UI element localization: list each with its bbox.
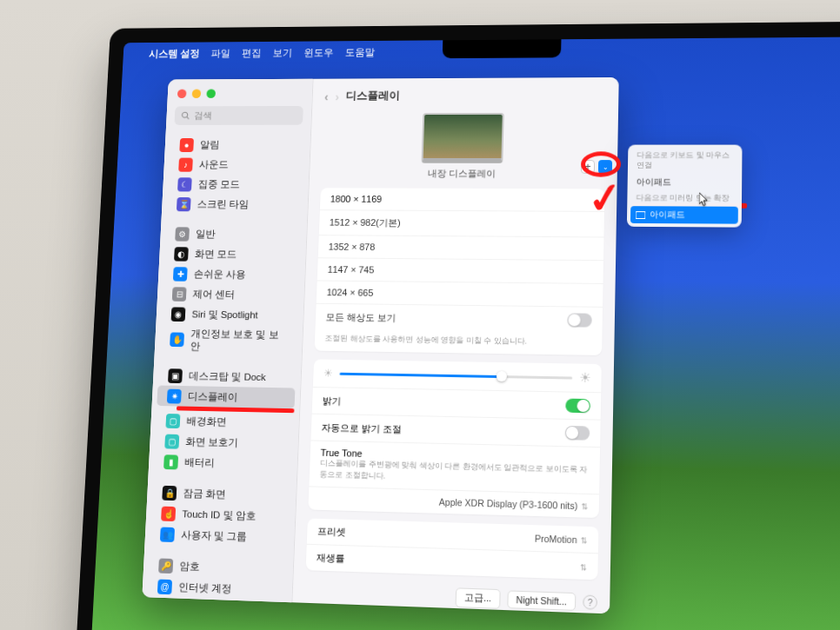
sidebar-item-label: 스크린 타임: [197, 198, 249, 211]
sidebar-icon: ▢: [164, 434, 179, 448]
sidebar-item-label: 집중 모드: [198, 178, 241, 190]
sidebar-icon: ♪: [178, 157, 193, 171]
sidebar-item-label: 화면 모드: [195, 248, 237, 261]
menu-help[interactable]: 도움말: [345, 46, 376, 58]
sun-bright-icon: ☀︎: [579, 370, 590, 386]
menu-file[interactable]: 파일: [210, 47, 230, 59]
search-placeholder: 검색: [194, 109, 212, 122]
sidebar-item-label: 잠금 화면: [183, 487, 226, 501]
resolution-hint: 조절된 해상도를 사용하면 성능에 영향을 미칠 수 있습니다.: [315, 329, 603, 355]
sidebar-item-label: 데스크탑 및 Dock: [189, 369, 266, 383]
sidebar-icon: 🔑: [158, 558, 173, 574]
sidebar-item-label: 배터리: [184, 455, 215, 469]
menu-view[interactable]: 보기: [273, 47, 293, 59]
sidebar-item-제어 센터[interactable]: ⊟제어 센터: [162, 283, 299, 305]
refresh-label: 재생률: [317, 551, 345, 565]
system-settings-window: 검색 ●알림♪사운드☾집중 모드⌛스크린 타임⚙일반◐화면 모드✚손쉬운 사용⊟…: [142, 77, 618, 613]
search-input[interactable]: 검색: [174, 106, 303, 125]
sidebar-item-label: 알림: [200, 138, 220, 150]
display-popover: 다음으로 키보드 및 마우스 연결 아이패드 다음으로 미러링 또는 확장 아이…: [627, 145, 743, 228]
close-button[interactable]: [177, 90, 187, 98]
resolution-option[interactable]: 1024 × 665: [317, 280, 603, 306]
sidebar-item-label: Siri 및 Spotlight: [191, 308, 258, 322]
sidebar-item-화면 모드[interactable]: ◐화면 모드: [164, 243, 302, 264]
sidebar-icon: ☾: [177, 177, 192, 191]
resolution-option[interactable]: 1352 × 878: [318, 235, 604, 260]
refresh-select[interactable]: ⇅: [577, 560, 588, 572]
preset-panel: 프리셋 ProMotion⇅ 재생률 ⇅: [306, 519, 599, 580]
sidebar-icon: ◐: [174, 247, 189, 261]
menu-edit[interactable]: 편집: [242, 47, 262, 59]
sidebar-item-손쉬운 사용[interactable]: ✚손쉬운 사용: [163, 263, 300, 285]
sidebar-icon: ▣: [168, 368, 183, 383]
sidebar-item-배경화면[interactable]: ▢배경화면: [156, 410, 294, 434]
show-all-resolutions-label: 모든 해상도 보기: [325, 310, 396, 324]
menubar: 시스템 설정 파일 편집 보기 윈도우 도움말 ⚡︎ ⏻ ∞: [134, 40, 840, 62]
advanced-button[interactable]: 고급...: [456, 587, 501, 609]
truetone-sublabel: 디스플레이를 주변광에 맞춰 색상이 다른 환경에서도 일관적으로 보이도록 자…: [319, 458, 589, 487]
sidebar-icon: ✷: [167, 388, 182, 403]
sidebar-icon: 🔒: [162, 485, 177, 500]
resolution-option[interactable]: 1800 × 1169: [320, 188, 605, 211]
sidebar-icon: ☝: [161, 506, 176, 521]
resolution-panel: 1800 × 1169 1512 × 982(기본) 1352 × 878 11…: [315, 188, 605, 355]
ipad-icon: [636, 211, 645, 219]
sidebar-icon: ▮: [163, 454, 178, 469]
display-name: 내장 디스플레이: [428, 168, 496, 180]
sidebar-item-Siri 및 Spotlight[interactable]: ◉Siri 및 Spotlight: [161, 303, 298, 325]
brightness-toggle[interactable]: [565, 399, 590, 414]
sidebar-icon: ✋: [170, 332, 184, 347]
sidebar-item-개인정보 보호 및 보안[interactable]: ✋개인정보 보호 및 보안: [159, 324, 297, 358]
window-controls: [167, 79, 312, 103]
popover-header-1: 다음으로 키보드 및 마우스 연결: [631, 148, 739, 174]
color-profile-select[interactable]: Apple XDR Display (P3-1600 nits)⇅: [439, 496, 589, 511]
sidebar-item-label: 일반: [196, 228, 216, 241]
sidebar-icon: @: [157, 579, 172, 594]
resolution-option[interactable]: 1512 × 982(기본): [319, 209, 604, 236]
sidebar-item-디스플레이[interactable]: ✷디스플레이: [157, 386, 295, 409]
sidebar-item-label: 제어 센터: [192, 288, 235, 301]
sidebar-item-label: 개인정보 보호 및 보안: [190, 327, 287, 354]
help-button[interactable]: ?: [583, 594, 597, 609]
popover-item-ipad-mirror[interactable]: 아이패드: [630, 206, 738, 223]
brightness-panel: ☀︎ ☀︎ 밝기 자동으로 밝기 조절 True Tone: [308, 359, 602, 518]
sidebar-icon: ✚: [173, 267, 188, 282]
show-all-resolutions-toggle[interactable]: [567, 313, 591, 327]
minimize-button[interactable]: [192, 90, 202, 98]
forward-button[interactable]: ›: [335, 89, 339, 103]
cursor-icon: [699, 193, 710, 210]
resolution-option[interactable]: 1147 × 745: [317, 257, 603, 283]
content-pane: ‹ › 디스플레이 내장 디스플레이 + ⌄ 다음으로 키보드 및 마우스 연결…: [292, 77, 618, 613]
sidebar-icon: 👥: [160, 527, 175, 541]
sidebar-icon: ⌛: [177, 197, 191, 211]
add-display-button[interactable]: +: [581, 160, 595, 174]
sidebar-item-알림[interactable]: ●알림: [170, 135, 305, 155]
sidebar-item-배터리[interactable]: ▮배터리: [153, 451, 292, 475]
page-title: 디스플레이: [345, 89, 400, 103]
sidebar-item-데스크탑 및 Dock[interactable]: ▣데스크탑 및 Dock: [157, 365, 296, 388]
zoom-button[interactable]: [206, 90, 216, 98]
app-name[interactable]: 시스템 설정: [149, 48, 200, 60]
sidebar-item-스크린 타임[interactable]: ⌛스크린 타임: [167, 194, 303, 215]
sidebar-item-label: 암호: [179, 560, 200, 574]
preset-select[interactable]: ProMotion⇅: [535, 533, 588, 545]
preset-label: 프리셋: [317, 525, 346, 539]
night-shift-button[interactable]: Night Shift...: [507, 590, 576, 611]
sidebar-item-사운드[interactable]: ♪사운드: [169, 155, 305, 175]
display-thumbnail[interactable]: [422, 113, 504, 163]
sidebar-item-일반[interactable]: ⚙일반: [165, 223, 302, 244]
sidebar-icon: ●: [179, 137, 194, 151]
search-icon: [181, 111, 190, 120]
sidebar-item-사용자 및 그룹[interactable]: 👥사용자 및 그룹: [150, 523, 290, 548]
sidebar-item-label: 화면 보호기: [185, 435, 238, 449]
back-button[interactable]: ‹: [324, 89, 329, 103]
sidebar: 검색 ●알림♪사운드☾집중 모드⌛스크린 타임⚙일반◐화면 모드✚손쉬운 사용⊟…: [142, 79, 313, 603]
brightness-label: 밝기: [323, 395, 342, 408]
auto-brightness-toggle[interactable]: [565, 426, 590, 441]
add-display-dropdown[interactable]: ⌄: [598, 160, 612, 174]
menu-window[interactable]: 윈도우: [303, 46, 334, 58]
brightness-slider[interactable]: [340, 372, 573, 379]
sidebar-item-집중 모드[interactable]: ☾집중 모드: [168, 174, 304, 194]
sidebar-icon: ▢: [165, 414, 180, 428]
popover-item-ipad-kb[interactable]: 아이패드: [631, 174, 739, 191]
